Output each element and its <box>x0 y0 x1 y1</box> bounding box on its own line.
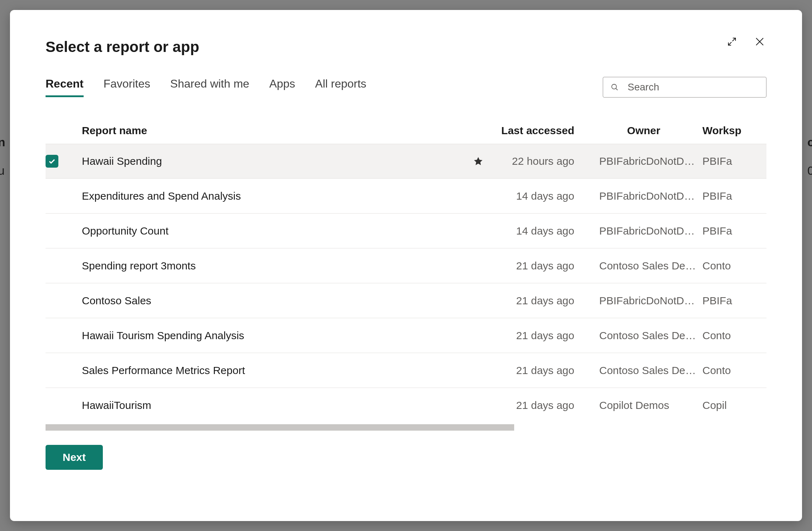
tab-recent[interactable]: Recent <box>46 77 84 97</box>
col-report-name[interactable]: Report name <box>74 125 464 137</box>
header-actions <box>725 35 766 48</box>
star-filled-icon <box>473 156 484 167</box>
tabs-row: RecentFavoritesShared with meAppsAll rep… <box>46 77 766 98</box>
bg-fragment-right-2: 0 <box>807 164 812 178</box>
select-report-dialog: Select a report or app RecentFavoritesSh… <box>10 10 802 521</box>
close-icon <box>754 36 765 47</box>
workspace: PBIFa <box>702 225 766 237</box>
table-row[interactable]: Opportunity Count14 days agoPBIFabricDoN… <box>46 214 766 248</box>
report-name: Opportunity Count <box>74 225 464 237</box>
checkbox-checked-icon[interactable] <box>46 155 58 168</box>
bg-fragment-left-2: u <box>0 164 5 178</box>
last-accessed: 21 days ago <box>492 364 585 377</box>
owner: Copilot Demos <box>585 399 702 411</box>
tabs: RecentFavoritesShared with meAppsAll rep… <box>46 77 367 97</box>
owner: Contoso Sales De… <box>585 364 702 377</box>
favorite-cell[interactable] <box>464 156 492 167</box>
report-name: Expenditures and Spend Analysis <box>74 190 464 202</box>
last-accessed: 21 days ago <box>492 330 585 342</box>
table-row[interactable]: Spending report 3monts21 days agoContoso… <box>46 248 766 283</box>
search-input[interactable] <box>628 82 759 93</box>
workspace: PBIFa <box>702 295 766 307</box>
report-name: Hawaii Spending <box>74 155 464 167</box>
report-name: Spending report 3monts <box>74 260 464 272</box>
last-accessed: 14 days ago <box>492 225 585 237</box>
table-row[interactable]: Sales Performance Metrics Report21 days … <box>46 353 766 388</box>
table-row[interactable]: Hawaii Tourism Spending Analysis21 days … <box>46 318 766 353</box>
workspace: Conto <box>702 330 766 342</box>
workspace: Copil <box>702 399 766 411</box>
report-name: HawaiiTourism <box>74 399 464 411</box>
owner: PBIFabricDoNotD… <box>585 295 702 307</box>
report-name: Sales Performance Metrics Report <box>74 364 464 377</box>
last-accessed: 21 days ago <box>492 399 585 411</box>
last-accessed: 21 days ago <box>492 295 585 307</box>
workspace: PBIFa <box>702 155 766 167</box>
report-name: Contoso Sales <box>74 295 464 307</box>
expand-button[interactable] <box>725 35 739 48</box>
row-checkbox-cell[interactable] <box>46 155 74 168</box>
search-icon <box>610 82 619 92</box>
table-body: Hawaii Spending22 hours agoPBIFabricDoNo… <box>46 144 766 423</box>
owner: Contoso Sales De… <box>585 260 702 272</box>
report-name: Hawaii Tourism Spending Analysis <box>74 330 464 342</box>
last-accessed: 14 days ago <box>492 190 585 202</box>
last-accessed: 22 hours ago <box>492 155 585 167</box>
tab-favorites[interactable]: Favorites <box>104 77 151 97</box>
close-button[interactable] <box>753 35 766 48</box>
tab-shared-with-me[interactable]: Shared with me <box>170 77 249 97</box>
horizontal-scrollbar[interactable] <box>46 424 766 431</box>
workspace: Conto <box>702 364 766 377</box>
table-header: Report name Last accessed Owner Worksp <box>46 117 766 144</box>
svg-point-0 <box>612 84 616 89</box>
col-owner[interactable]: Owner <box>585 125 702 137</box>
bg-fragment-left-1: n <box>0 135 5 149</box>
search-box[interactable] <box>603 77 766 98</box>
owner: PBIFabricDoNotD… <box>585 190 702 202</box>
next-button[interactable]: Next <box>46 445 103 470</box>
scrollbar-thumb[interactable] <box>46 424 514 431</box>
owner: PBIFabricDoNotD… <box>585 155 702 167</box>
last-accessed: 21 days ago <box>492 260 585 272</box>
col-last-accessed[interactable]: Last accessed <box>492 125 585 137</box>
owner: PBIFabricDoNotD… <box>585 225 702 237</box>
table-row[interactable]: HawaiiTourism21 days agoCopilot DemosCop… <box>46 388 766 423</box>
expand-icon <box>727 36 737 47</box>
table-row[interactable]: Expenditures and Spend Analysis14 days a… <box>46 179 766 214</box>
dialog-title: Select a report or app <box>46 38 199 56</box>
table-row[interactable]: Hawaii Spending22 hours agoPBIFabricDoNo… <box>46 144 766 179</box>
col-workspace[interactable]: Worksp <box>702 125 766 137</box>
owner: Contoso Sales De… <box>585 330 702 342</box>
bg-fragment-right-1: c <box>807 135 812 149</box>
tab-all-reports[interactable]: All reports <box>315 77 367 97</box>
workspace: Conto <box>702 260 766 272</box>
dialog-footer: Next <box>46 445 766 470</box>
tab-apps[interactable]: Apps <box>269 77 295 97</box>
table-row[interactable]: Contoso Sales21 days agoPBIFabricDoNotD…… <box>46 283 766 318</box>
workspace: PBIFa <box>702 190 766 202</box>
reports-table: Report name Last accessed Owner Worksp H… <box>46 117 766 431</box>
dialog-header: Select a report or app <box>46 38 766 56</box>
